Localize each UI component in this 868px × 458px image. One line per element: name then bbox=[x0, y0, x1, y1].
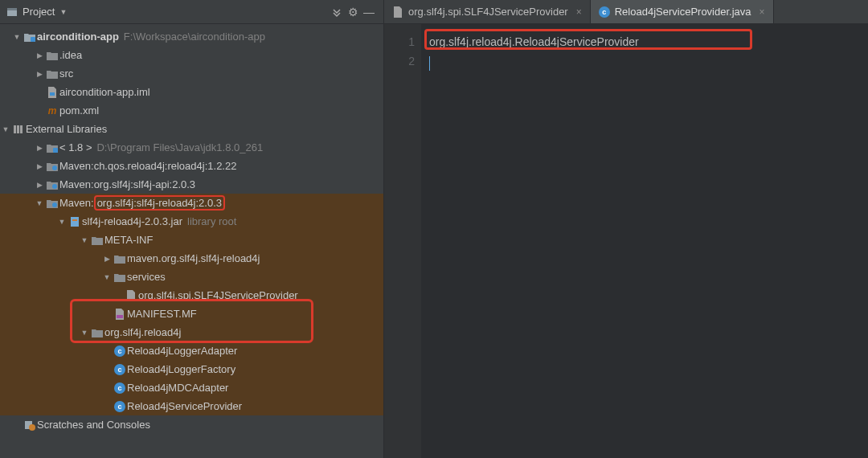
tab-label: org.slf4j.spi.SLF4JServiceProvider bbox=[408, 6, 568, 18]
tree-class-1[interactable]: c Reload4jLoggerFactory bbox=[0, 360, 383, 378]
tree-label: aircondition-app bbox=[37, 31, 119, 43]
tree-file-pom[interactable]: m pom.xml bbox=[0, 101, 383, 120]
svg-rect-2 bbox=[31, 37, 35, 42]
code-content[interactable]: org.slf4j.reload4j.Reload4jServiceProvid… bbox=[421, 24, 868, 458]
chevron-down-icon: ▼ bbox=[11, 33, 23, 41]
folder-icon bbox=[90, 235, 104, 245]
chevron-down-icon: ▼ bbox=[59, 8, 67, 16]
folder-icon bbox=[45, 69, 59, 79]
tree-label-prefix: Maven: bbox=[59, 160, 94, 172]
svg-rect-4 bbox=[14, 125, 16, 133]
chevron-right-icon: ▶ bbox=[34, 144, 45, 152]
tab-reload4j-provider[interactable]: c Reload4jServiceProvider.java × bbox=[591, 0, 774, 23]
tree-label: src bbox=[59, 67, 73, 80]
svg-rect-12 bbox=[72, 219, 77, 221]
tree-class-2[interactable]: c Reload4jMDCAdapter bbox=[0, 378, 383, 397]
svg-rect-13 bbox=[117, 315, 123, 318]
tree-pkg[interactable]: ▼ org.slf4j.reload4j bbox=[0, 323, 383, 341]
tree-label: META-INF bbox=[104, 234, 153, 246]
tree-label: Reload4jMDCAdapter bbox=[127, 382, 228, 394]
sidebar-header: Project ▼ ⚙ — bbox=[0, 0, 383, 24]
tree-spi-file[interactable]: org.slf4j.spi.SLF4JServiceProvider bbox=[0, 286, 383, 305]
sidebar-title: Project bbox=[23, 6, 55, 18]
tree-maven-2[interactable]: ▼ Maven: org.slf4j:slf4j-reload4j:2.0.3 bbox=[0, 194, 383, 212]
tree-label: org.slf4j:slf4j-reload4j:2.0.3 bbox=[97, 197, 222, 209]
editor-tabs: org.slf4j.spi.SLF4JServiceProvider × c R… bbox=[384, 0, 868, 24]
code-editor[interactable]: 1 2 org.slf4j.reload4j.Reload4jServicePr… bbox=[384, 24, 868, 458]
project-view-selector[interactable]: Project ▼ bbox=[6, 6, 67, 18]
tree-path: F:\Workspace\aircondition-app bbox=[124, 31, 265, 43]
folder-icon bbox=[113, 254, 127, 264]
svg-point-10 bbox=[52, 202, 57, 207]
scratches-icon bbox=[23, 419, 37, 431]
chevron-down-icon: ▼ bbox=[79, 236, 90, 244]
project-icon bbox=[6, 6, 18, 18]
tree-path: D:\Program Files\Java\jdk1.8.0_261 bbox=[96, 141, 263, 153]
maven-icon: m bbox=[45, 105, 59, 117]
svg-rect-1 bbox=[7, 8, 17, 10]
tree-class-3[interactable]: c Reload4jServiceProvider bbox=[0, 397, 383, 415]
tree-file-iml[interactable]: aircondition-app.iml bbox=[0, 83, 383, 101]
tree-maven-meta[interactable]: ▶ maven.org.slf4j.slf4j-reload4j bbox=[0, 249, 383, 268]
tree-label-prefix: Maven: bbox=[59, 197, 94, 209]
chevron-right-icon: ▶ bbox=[34, 162, 45, 170]
tree-external-libraries[interactable]: ▼ External Libraries bbox=[0, 120, 383, 138]
text-caret bbox=[429, 56, 430, 71]
tree-maven-1[interactable]: ▶ Maven: org.slf4j:slf4j-api:2.0.3 bbox=[0, 175, 383, 194]
tree-label: Reload4jLoggerAdapter bbox=[127, 345, 237, 357]
tree-label: org.slf4j:slf4j-api:2.0.3 bbox=[94, 178, 195, 190]
tree-class-0[interactable]: c Reload4jLoggerAdapter bbox=[0, 341, 383, 360]
folder-icon bbox=[113, 272, 127, 282]
tree-maven-0[interactable]: ▶ Maven: ch.qos.reload4j:reload4j:1.2.22 bbox=[0, 157, 383, 175]
tree-label: < 1.8 > bbox=[59, 141, 92, 153]
tree-label: .idea bbox=[59, 49, 82, 61]
svg-point-15 bbox=[29, 424, 35, 431]
project-sidebar: Project ▼ ⚙ — ▼ aircondition-app F:\Work… bbox=[0, 0, 384, 458]
svg-point-9 bbox=[52, 184, 57, 189]
tab-spi-provider[interactable]: org.slf4j.spi.SLF4JServiceProvider × bbox=[384, 0, 591, 23]
close-icon[interactable]: × bbox=[760, 6, 765, 18]
tree-label: org.slf4j.spi.SLF4JServiceProvider bbox=[138, 289, 298, 301]
class-icon: c bbox=[113, 401, 127, 412]
chevron-down-icon: ▼ bbox=[34, 199, 45, 207]
svg-rect-3 bbox=[50, 92, 55, 96]
line-number: 2 bbox=[384, 51, 415, 71]
library-icon bbox=[45, 198, 59, 208]
project-tree: ▼ aircondition-app F:\Workspace\aircondi… bbox=[0, 24, 383, 434]
library-icon bbox=[45, 180, 59, 190]
chevron-down-icon: ▼ bbox=[79, 329, 90, 337]
chevron-right-icon: ▶ bbox=[101, 255, 113, 263]
chevron-right-icon: ▶ bbox=[34, 70, 45, 78]
tree-label: Reload4jServiceProvider bbox=[127, 400, 242, 412]
line-gutter: 1 2 bbox=[384, 24, 421, 458]
tree-metainf[interactable]: ▼ META-INF bbox=[0, 231, 383, 249]
iml-file-icon bbox=[45, 87, 59, 98]
tab-label: Reload4jServiceProvider.java bbox=[615, 6, 751, 18]
select-opened-file-icon[interactable] bbox=[329, 4, 345, 20]
tree-note: library root bbox=[187, 215, 236, 227]
tree-folder-idea[interactable]: ▶ .idea bbox=[0, 46, 383, 64]
tree-folder-src[interactable]: ▶ src bbox=[0, 64, 383, 83]
jdk-icon bbox=[45, 143, 59, 153]
editor-area: org.slf4j.spi.SLF4JServiceProvider × c R… bbox=[384, 0, 868, 458]
class-icon: c bbox=[113, 382, 127, 394]
tree-services[interactable]: ▼ services bbox=[0, 268, 383, 286]
close-icon[interactable]: × bbox=[576, 6, 582, 18]
jar-icon bbox=[68, 216, 82, 227]
chevron-right-icon: ▶ bbox=[34, 51, 45, 59]
project-folder-icon bbox=[23, 32, 37, 42]
minimize-icon[interactable]: — bbox=[361, 4, 377, 20]
svg-rect-6 bbox=[20, 125, 23, 133]
tree-label: ch.qos.reload4j:reload4j:1.2.22 bbox=[94, 160, 237, 172]
tree-manifest[interactable]: MANIFEST.MF bbox=[0, 305, 383, 323]
tree-scratches[interactable]: Scratches and Consoles bbox=[0, 415, 383, 434]
gear-icon[interactable]: ⚙ bbox=[345, 4, 361, 20]
text-file-icon bbox=[124, 290, 138, 301]
tree-label: maven.org.slf4j.slf4j-reload4j bbox=[127, 252, 260, 264]
tree-jar[interactable]: ▼ slf4j-reload4j-2.0.3.jar library root bbox=[0, 212, 383, 231]
tree-label: External Libraries bbox=[26, 123, 107, 135]
chevron-down-icon: ▼ bbox=[56, 218, 68, 226]
tree-jdk[interactable]: ▶ < 1.8 > D:\Program Files\Java\jdk1.8.0… bbox=[0, 138, 383, 157]
tree-root-project[interactable]: ▼ aircondition-app F:\Workspace\aircondi… bbox=[0, 27, 383, 46]
tree-label: aircondition-app.iml bbox=[59, 86, 150, 98]
